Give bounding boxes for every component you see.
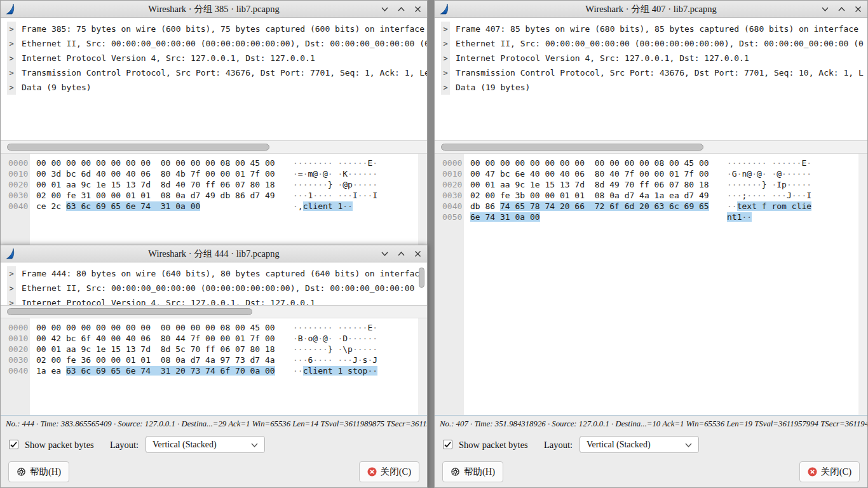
hex-row[interactable]: 000000 00 00 00 00 00 00 00 00 00 00 00 … <box>435 158 867 168</box>
maximize-icon[interactable] <box>397 5 405 13</box>
hex-ascii[interactable]: ·······} ·\p····· <box>293 344 377 354</box>
hex-ascii[interactable]: ·,client 1·· <box>293 201 353 211</box>
tree-row[interactable]: >Frame 407: 85 bytes on wire (680 bits),… <box>435 22 867 36</box>
hex-ascii[interactable]: ········ ······E· <box>293 158 377 168</box>
hex-ascii[interactable]: ··text f rom clie <box>727 201 811 211</box>
tree-row[interactable]: >Transmission Control Protocol, Src Port… <box>1 65 427 80</box>
packet-bytes-pane[interactable]: 000000 00 00 00 00 00 00 00 00 00 00 00 … <box>1 154 427 245</box>
hex-row[interactable]: 003002 00 fe 36 00 00 01 01 08 0a d7 4a … <box>1 355 427 365</box>
close-icon[interactable] <box>854 5 862 13</box>
tree-row[interactable]: >Data (19 bytes) <box>435 80 867 95</box>
titlebar-385[interactable]: Wireshark · 分组 385 · lib7.pcapng <box>1 1 427 18</box>
packet-detail-tree[interactable]: >Frame 385: 75 bytes on wire (600 bits),… <box>1 18 427 141</box>
close-icon[interactable] <box>414 5 422 13</box>
help-button[interactable]: 帮助(H) <box>8 461 69 482</box>
tree-row[interactable]: >Frame 444: 80 bytes on wire (640 bits),… <box>1 266 427 281</box>
hex-bytes[interactable]: 6e 74 31 0a 00 <box>470 212 712 222</box>
expander-icon[interactable]: > <box>441 65 450 80</box>
expander-icon[interactable]: > <box>7 295 16 306</box>
hex-row[interactable]: 002000 01 aa 9c 1e 15 13 7d 8d 5c 70 ff … <box>1 344 427 355</box>
scrollbar-thumb[interactable] <box>7 144 269 151</box>
tree-row[interactable]: >Data (9 bytes) <box>1 80 427 95</box>
horizontal-scrollbar[interactable] <box>435 141 867 154</box>
hex-bytes[interactable]: ce 2c 63 6c 69 65 6e 74 31 0a 00 <box>36 201 278 211</box>
tree-row[interactable]: >Internet Protocol Version 4, Src: 127.0… <box>435 51 867 65</box>
scrollbar-thumb[interactable] <box>7 308 252 315</box>
hex-row[interactable]: 0040db 86 74 65 78 74 20 66 72 6f 6d 20 … <box>435 201 867 212</box>
expander-icon[interactable]: > <box>7 80 16 95</box>
hex-bytes[interactable]: 00 42 bc 6f 40 00 40 06 80 44 7f 00 00 0… <box>36 334 278 343</box>
close-dialog-button[interactable]: 关闭(C) <box>799 461 860 482</box>
hex-row[interactable]: 0040ce 2c 63 6c 69 65 6e 74 31 0a 00·,cl… <box>1 201 427 212</box>
hex-bytes[interactable]: db 86 74 65 78 74 20 66 72 6f 6d 20 63 6… <box>470 201 712 211</box>
hex-bytes[interactable]: 00 01 aa 9c 1e 15 13 7d 8d 40 70 ff 06 0… <box>36 180 278 189</box>
expander-icon[interactable]: > <box>441 51 450 65</box>
tree-row[interactable]: >Ethernet II, Src: 00:00:00_00:00:00 (00… <box>1 36 427 51</box>
hex-ascii[interactable]: ········ ······E· <box>293 323 377 332</box>
minimize-icon[interactable] <box>381 250 389 258</box>
show-packet-bytes-checkbox[interactable] <box>9 440 18 449</box>
horizontal-scrollbar[interactable] <box>1 306 427 318</box>
hex-row[interactable]: 001000 47 bc 6e 40 00 40 06 80 40 7f 00 … <box>435 168 867 179</box>
expander-icon[interactable]: > <box>7 266 16 281</box>
vertical-scrollbar-thumb[interactable] <box>419 268 424 288</box>
expander-icon[interactable]: > <box>441 36 450 51</box>
close-icon[interactable] <box>414 250 422 258</box>
tree-row[interactable]: >Ethernet II, Src: 00:00:00_00:00:00 (00… <box>435 36 867 51</box>
expander-icon[interactable]: > <box>441 22 450 36</box>
hex-row[interactable]: 001000 3d bc 6d 40 00 40 06 80 4b 7f 00 … <box>1 168 427 179</box>
hex-bytes[interactable]: 00 00 00 00 00 00 00 00 00 00 00 00 08 0… <box>36 158 278 168</box>
expander-icon[interactable]: > <box>7 22 16 36</box>
hex-bytes[interactable]: 02 00 fe 3b 00 00 01 01 08 0a d7 4a 1a e… <box>470 191 712 200</box>
hex-bytes[interactable]: 00 00 00 00 00 00 00 00 00 00 00 00 08 0… <box>36 323 278 332</box>
tree-row[interactable]: >Internet Protocol Version 4, Src: 127.0… <box>1 295 427 306</box>
hex-row[interactable]: 000000 00 00 00 00 00 00 00 00 00 00 00 … <box>1 322 427 333</box>
hex-bytes[interactable]: 00 01 aa 9c 1e 15 13 7d 8d 5c 70 ff 06 0… <box>36 344 278 354</box>
hex-row[interactable]: 002000 01 aa 9c 1e 15 13 7d 8d 40 70 ff … <box>1 179 427 190</box>
hex-ascii[interactable]: ·······} ·Ip····· <box>727 180 811 189</box>
tree-row[interactable]: >Ethernet II, Src: 00:00:00_00:00:00 (00… <box>1 281 427 295</box>
hex-row[interactable]: 002000 01 aa 9c 1e 15 13 7d 8d 49 70 ff … <box>435 179 867 190</box>
hex-ascii[interactable]: ··client 1 stop·· <box>293 366 377 376</box>
hex-bytes[interactable]: 00 3d bc 6d 40 00 40 06 80 4b 7f 00 00 0… <box>36 169 278 179</box>
tree-row[interactable]: >Transmission Control Protocol, Src Port… <box>435 65 867 80</box>
packet-bytes-pane[interactable]: 000000 00 00 00 00 00 00 00 00 00 00 00 … <box>435 154 867 415</box>
hex-ascii[interactable]: ·G·n@·@· ·@······ <box>727 169 811 179</box>
minimize-icon[interactable] <box>381 5 389 13</box>
packet-detail-tree[interactable]: >Frame 407: 85 bytes on wire (680 bits),… <box>435 18 867 141</box>
show-packet-bytes-checkbox[interactable] <box>443 440 452 449</box>
maximize-icon[interactable] <box>837 5 846 13</box>
tree-row[interactable]: >Internet Protocol Version 4, Src: 127.0… <box>1 51 427 65</box>
minimize-icon[interactable] <box>821 5 829 13</box>
packet-bytes-pane[interactable]: 000000 00 00 00 00 00 00 00 00 00 00 00 … <box>1 318 427 415</box>
hex-row[interactable]: 00401a ea 63 6c 69 65 6e 74 31 20 73 74 … <box>1 365 427 376</box>
hex-ascii[interactable]: ···6···· ···J·s·J <box>293 355 377 365</box>
hex-row[interactable]: 001000 42 bc 6f 40 00 40 06 80 44 7f 00 … <box>1 333 427 344</box>
expander-icon[interactable]: > <box>7 36 16 51</box>
hex-ascii[interactable]: ···;···· ···J···I <box>727 191 811 200</box>
expander-icon[interactable]: > <box>7 51 16 65</box>
titlebar-407[interactable]: Wireshark · 分组 407 · lib7.pcapng <box>435 1 867 18</box>
expander-icon[interactable]: > <box>7 65 16 80</box>
hex-ascii[interactable]: ·=·m@·@· ·K······ <box>293 169 377 179</box>
hex-ascii[interactable]: ·······} ·@p····· <box>293 180 377 189</box>
hex-ascii[interactable]: ···1···· ···I···I <box>293 191 377 200</box>
maximize-icon[interactable] <box>397 250 405 258</box>
expander-icon[interactable]: > <box>441 80 450 95</box>
hex-ascii[interactable]: ········ ······E· <box>727 158 811 168</box>
scrollbar-thumb[interactable] <box>441 144 703 151</box>
expander-icon[interactable]: > <box>7 281 16 295</box>
layout-dropdown[interactable]: Vertical (Stacked) <box>580 436 699 453</box>
hex-ascii[interactable]: nt1·· <box>727 212 752 222</box>
hex-row[interactable]: 003002 00 fe 31 00 00 01 01 08 0a d7 49 … <box>1 190 427 201</box>
hex-bytes[interactable]: 00 01 aa 9c 1e 15 13 7d 8d 49 70 ff 06 0… <box>470 180 712 189</box>
tree-row[interactable]: >Frame 385: 75 bytes on wire (600 bits),… <box>1 22 427 36</box>
hex-bytes[interactable]: 00 00 00 00 00 00 00 00 00 00 00 00 08 0… <box>470 158 712 168</box>
hex-bytes[interactable]: 1a ea 63 6c 69 65 6e 74 31 20 73 74 6f 7… <box>36 366 278 376</box>
titlebar-444[interactable]: Wireshark · 分组 444 · lib7.pcapng <box>1 245 427 262</box>
packet-detail-tree[interactable]: >Frame 444: 80 bytes on wire (640 bits),… <box>1 262 427 306</box>
help-button[interactable]: 帮助(H) <box>442 461 503 482</box>
horizontal-scrollbar[interactable] <box>1 141 427 154</box>
close-dialog-button[interactable]: 关闭(C) <box>359 461 419 482</box>
layout-dropdown[interactable]: Vertical (Stacked) <box>146 436 265 453</box>
